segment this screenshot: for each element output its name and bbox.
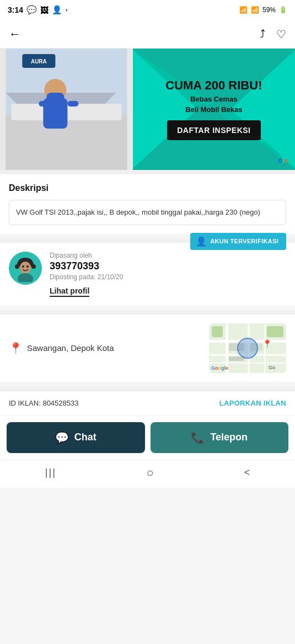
- footer-info: ID IKLAN: 804528533 LAPORKAN IKLAN: [0, 391, 295, 415]
- seller-name: 393770393: [50, 260, 286, 272]
- favorite-button[interactable]: ♡: [276, 28, 286, 41]
- verified-badge: 👤 AKUN TERVERIFIKASI: [190, 233, 286, 250]
- nav-action-icons: ⤴ ♡: [260, 28, 286, 41]
- description-section: Deskripsi VW Golf TSI 2013,,pajak isi,, …: [0, 174, 295, 234]
- seller-date: Diposting pada: 21/10/20: [50, 273, 286, 281]
- google-logo: Google: [211, 365, 228, 371]
- status-icons: 📶 📶 59% 🔋: [239, 6, 287, 14]
- banner-image-left: AURA: [0, 49, 133, 170]
- banner-cta[interactable]: DAFTAR INSPEKSI: [167, 120, 260, 140]
- nav-menu-icon[interactable]: |||: [45, 467, 56, 478]
- chat-icon: 💬: [55, 431, 69, 444]
- view-profile-link[interactable]: Lihat profil: [50, 286, 89, 297]
- verified-icon: 👤: [196, 236, 207, 247]
- divider-3: [0, 310, 295, 315]
- map-thumbnail[interactable]: 📍 Go Google: [209, 323, 286, 373]
- whatsapp-icon: 💬: [26, 5, 37, 15]
- svg-rect-30: [264, 323, 266, 373]
- svg-point-36: [238, 338, 258, 358]
- phone-label: Telepon: [210, 432, 248, 443]
- signal-icon: 📶: [251, 6, 259, 14]
- svg-rect-7: [67, 101, 78, 107]
- action-buttons: 💬 Chat 📞 Telepon: [0, 415, 295, 460]
- svg-point-22: [26, 265, 29, 268]
- banner-price: CUMA 200 RIBU!: [165, 78, 262, 93]
- svg-text:📍: 📍: [262, 339, 272, 349]
- divider-1: [0, 170, 295, 174]
- banner-sub2: Beli Mobil Bekas: [185, 105, 242, 114]
- battery-text: 59%: [262, 6, 276, 14]
- status-bar: 3:14 💬 🖼 👤 • 📶 📶 59% 🔋: [0, 0, 295, 20]
- seller-info: Dipasang oleh 393770393 Diposting pada: …: [9, 252, 286, 297]
- wifi-icon: 📶: [239, 6, 248, 14]
- location-left: 📍 Sawangan, Depok Kota: [9, 342, 203, 355]
- nav-home-icon[interactable]: ○: [147, 466, 154, 480]
- status-time: 3:14 💬 🖼 👤 •: [8, 5, 68, 15]
- nav-back-icon[interactable]: <: [244, 467, 250, 478]
- svg-point-19: [31, 264, 36, 269]
- divider-4: [0, 386, 295, 391]
- location-icon: 📍: [9, 342, 23, 355]
- description-title: Deskripsi: [9, 183, 286, 193]
- phone-button[interactable]: 📞 Telepon: [151, 422, 289, 453]
- seller-avatar: [9, 252, 42, 285]
- location-section: 📍 Sawangan, Depok Kota 📍: [0, 315, 295, 382]
- svg-point-20: [20, 262, 31, 274]
- svg-text:Go: Go: [269, 365, 275, 370]
- chat-label: Chat: [74, 432, 96, 443]
- svg-text:AURA: AURA: [31, 58, 47, 65]
- svg-rect-34: [212, 326, 223, 337]
- seller-details: Dipasang oleh 393770393 Diposting pada: …: [50, 252, 286, 297]
- location-text: Sawangan, Depok Kota: [27, 343, 114, 353]
- svg-rect-33: [229, 356, 244, 361]
- top-nav: ← ⤴ ♡: [0, 20, 295, 49]
- chat-button[interactable]: 💬 Chat: [7, 422, 145, 453]
- seller-section: 👤 AKUN TERVERIFIKASI: [0, 243, 295, 306]
- svg-point-21: [22, 265, 24, 268]
- svg-point-18: [15, 264, 19, 269]
- seller-label: Dipasang oleh: [50, 252, 286, 259]
- banner: AURA CUMA 200 RIBU! Bebas Cemas Beli Mob…: [0, 49, 295, 170]
- nav-bar: ||| ○ <: [0, 460, 295, 488]
- svg-rect-8: [46, 93, 64, 104]
- gallery-icon: 🖼: [40, 6, 49, 15]
- svg-rect-35: [267, 326, 283, 337]
- share-button[interactable]: ⤴: [260, 28, 265, 40]
- banner-sub1: Bebas Cemas: [190, 95, 237, 103]
- report-link[interactable]: LAPORKAN IKLAN: [219, 399, 286, 407]
- iklan-id: ID IKLAN: 804528533: [9, 399, 78, 407]
- olx-logo: olx: [278, 156, 288, 164]
- battery-icon: 🔋: [279, 6, 287, 14]
- notification-icon: 👤: [52, 5, 62, 15]
- back-button[interactable]: ←: [9, 27, 21, 41]
- banner-text-area: CUMA 200 RIBU! Bebas Cemas Beli Mobil Be…: [133, 49, 295, 170]
- phone-icon: 📞: [191, 431, 205, 444]
- description-text: VW Golf TSI 2013,,pajak isi,, B depok,, …: [9, 200, 286, 225]
